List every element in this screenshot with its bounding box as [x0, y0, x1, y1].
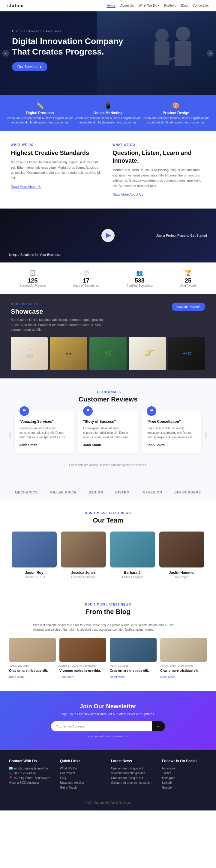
footer-news-item-1[interactable]: Vivamus molestie gravida. [111, 772, 156, 775]
client-logo-0: MECHANICS [15, 491, 38, 494]
footer-contact-item-2: 📍 2/7 King Street, Middleware [9, 776, 54, 780]
footer-social-link-1[interactable]: Twitter [162, 772, 207, 775]
testimonial-text-1: Lorem ipsum dolor sit amet, consectetur … [83, 426, 133, 439]
testimonial-text-0: Lorem ipsum dolor sit amet, consectetur … [20, 426, 69, 439]
team-photo-3 [159, 531, 204, 567]
testimonial-quote-0: ❝ [20, 406, 29, 416]
footer-social-link-4[interactable]: Google [162, 786, 207, 789]
footer-grid: Contact With Us 📧 info@company@gmail.com… [9, 759, 207, 791]
view-all-projects-button[interactable]: View all Projects [171, 303, 206, 311]
team-card-2: Barbara J. UI/UX Designer [110, 531, 155, 579]
footer-news-item-0[interactable]: Cras ornare tristique elit. [111, 767, 156, 770]
nav-contact[interactable]: Contact Us [193, 4, 209, 8]
blog-read-more-2[interactable]: Read More [110, 675, 125, 679]
team-label: Don't Miss Latest News [9, 512, 207, 515]
showcase-item-1[interactable]: 🍶 [11, 337, 48, 370]
testimonials-title: Customer Reviews [9, 396, 207, 403]
svg-point-2 [176, 27, 190, 41]
stat-icon-3: 🏆 [180, 269, 196, 276]
blog-read-more-3[interactable]: Read More [160, 675, 175, 679]
newsletter-sub: Sign Up to Our Newsletter and Get our la… [9, 712, 207, 716]
stat-item-0: 📋 125 Successful Projects [20, 269, 46, 287]
blog-card-0: August 21, 2016 Cras ornare tristique el… [9, 638, 56, 679]
team-card-3: Justin Hammer Developer [159, 531, 204, 579]
blog-read-more-0[interactable]: Read More [9, 675, 24, 679]
blog-title-2: Cras ornare tristique elit. [110, 669, 157, 673]
team-title: Our Team [9, 517, 207, 524]
nav-home[interactable]: Home [107, 4, 115, 8]
newsletter-email-input[interactable] [51, 721, 152, 732]
nav-logo[interactable]: statum [7, 3, 24, 8]
team-member-name-0: Jason Roy [12, 570, 57, 575]
showcase-header: Our Projects Showcase Morbi purus libero… [11, 303, 205, 332]
blog-header: Don't Miss Latest News From the Blog [9, 603, 207, 616]
feature-title-1: Online Marketing [74, 111, 142, 115]
blog-date-1: March 14, 2016 | 0 Comments [59, 664, 106, 667]
stat-icon-1: ⏱️ [73, 269, 99, 276]
features-bar: ✏️ Digital Products Vestibulum volutpat,… [0, 95, 216, 131]
footer-quick-link-3[interactable]: News and Articles [60, 781, 105, 784]
stat-item-2: 👥 538 Certified Specialists [126, 269, 153, 287]
stat-label-2: Certified Specialists [126, 284, 153, 287]
team-member-name-2: Barbara J. [110, 570, 155, 575]
testimonials-sub-text: Our clients are always satisfied with th… [9, 464, 207, 467]
showcase-item-4[interactable]: 𝒯 [129, 337, 166, 370]
footer-quick-link-1[interactable]: Our Project [60, 772, 105, 775]
footer-social-link-3[interactable]: LinkedIn [162, 781, 207, 784]
wwd-left-read-more[interactable]: Read More About Us [11, 185, 42, 188]
feature-item-1: 📱 Online Marketing Vestibulum volutpat, … [74, 102, 142, 125]
video-text-right: Just a Perfect Place to Get Started [156, 234, 207, 237]
nav-portfolio[interactable]: Portfolio [164, 4, 176, 8]
nav-what[interactable]: What We Do ▾ [139, 4, 159, 8]
stat-label-1: Years of Experience [73, 284, 99, 287]
testimonial-card-2: ❝ "Free Consultation" Lorem ipsum dolor … [142, 410, 201, 453]
blog-date-3: Jan 27, 2016 | 3 Comments [160, 664, 207, 667]
clients-section: MECHANICSMiller PriceDESIGNBISTROINFASHI… [0, 485, 216, 499]
feature-icon-1: 📱 [74, 102, 142, 109]
testimonials-next-button[interactable]: › [204, 431, 207, 438]
footer-social-link-0[interactable]: Facebook [162, 767, 207, 770]
hero-prev-button[interactable]: ‹ [2, 50, 9, 57]
blog-image-0 [9, 638, 56, 662]
footer-news-item-3[interactable]: Quisque sit amet est et sapien. [111, 781, 156, 784]
stat-item-3: 🏆 25 Won Awards [180, 269, 196, 287]
footer-quick-link-4[interactable]: Get in Touch [60, 786, 105, 789]
newsletter-form: → [51, 721, 165, 732]
testimonials-prev-button[interactable]: ‹ [9, 431, 12, 438]
hero-discover-label: Discover Awesome Features. [12, 29, 126, 33]
feature-desc-0: Vestibulum volutpat, lacus a ultrices sa… [6, 116, 74, 125]
svg-point-0 [155, 29, 169, 42]
footer-quick-link-2[interactable]: FAQ [60, 776, 105, 780]
team-member-name-3: Justin Hammer [159, 570, 204, 575]
stat-number-1: 17 [73, 277, 99, 284]
blog-read-more-1[interactable]: Read More [59, 675, 74, 679]
hero-silhouettes [138, 18, 204, 83]
footer-social-link-2[interactable]: Instagram [162, 776, 207, 780]
showcase-item-3[interactable]: 🌿 [89, 337, 126, 370]
wwd-right-read-more[interactable]: Read More About Us [112, 193, 143, 196]
footer-quick-link-0[interactable]: What We Do [60, 767, 105, 770]
team-member-name-1: Jessica Jones [61, 570, 106, 575]
testimonial-card-0: ❝ "Amazing Services" Lorem ipsum dolor s… [15, 410, 74, 453]
blog-title-0: Cras ornare tristique elit. [9, 669, 56, 673]
testimonial-author-2: John Smith [147, 443, 196, 447]
hero-next-button[interactable]: › [207, 50, 214, 57]
testimonials-grid: ❝ "Amazing Services" Lorem ipsum dolor s… [15, 410, 201, 453]
nav-blog[interactable]: Blog [181, 4, 188, 8]
blog-image-3 [160, 638, 207, 662]
wwd-right-label: What We Do [112, 143, 205, 147]
showcase-item-5[interactable]: HTC [168, 337, 205, 370]
blog-image-1 [59, 638, 106, 662]
team-member-role-3: Developer [159, 576, 204, 579]
footer-copyright: © 2024 Statum. All Rights Reserved. [84, 801, 132, 804]
footer-social-col: Follow Us On Social FacebookTwitterInsta… [162, 759, 207, 791]
hero-cta-button[interactable]: Our Services ▶ [12, 62, 47, 71]
blog-title: From the Blog [9, 608, 207, 616]
nav-about[interactable]: About Us [120, 4, 134, 8]
team-photo-2 [110, 531, 155, 567]
footer-news-item-2[interactable]: Cras ornare tristique elit. [111, 776, 156, 780]
blog-grid: August 21, 2016 Cras ornare tristique el… [9, 638, 207, 679]
client-logo-5: BIG BURGERS [174, 491, 201, 494]
newsletter-submit-button[interactable]: → [152, 721, 165, 732]
showcase-item-2[interactable]: 🕶️ [50, 337, 87, 370]
